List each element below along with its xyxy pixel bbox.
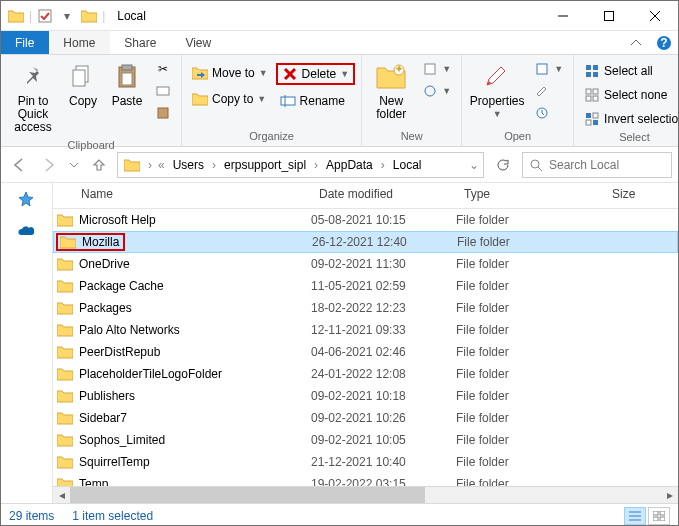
new-item-button[interactable]: ▼ — [418, 59, 455, 79]
copy-to-button[interactable]: Copy to▼ — [188, 89, 272, 109]
chevron-down-icon: ▼ — [493, 110, 502, 120]
invert-selection-button[interactable]: Invert selection — [580, 109, 679, 129]
status-bar: 29 items 1 item selected — [1, 503, 678, 526]
crumb-local[interactable]: Local — [389, 158, 426, 172]
file-name: SquirrelTemp — [79, 455, 150, 469]
table-row[interactable]: Publishers09-02-2021 10:18File folder — [53, 385, 678, 407]
file-list: Name Date modified Type Size Microsoft H… — [53, 183, 678, 503]
group-clipboard: Pin to Quick access Copy Paste ✂ Clipboa… — [1, 55, 182, 146]
table-row[interactable]: Mozilla26-12-2021 12:40File folder — [53, 231, 678, 253]
chevron-right-icon[interactable]: › — [146, 158, 154, 172]
crumb-users[interactable]: Users — [169, 158, 208, 172]
table-row[interactable]: OneDrive09-02-2021 11:30File folder — [53, 253, 678, 275]
details-view-button[interactable] — [624, 507, 646, 525]
scissors-icon: ✂ — [155, 61, 171, 77]
svg-rect-26 — [586, 72, 591, 77]
column-name[interactable]: Name — [53, 183, 311, 208]
delete-button[interactable]: Delete▼ — [276, 63, 356, 85]
open-button[interactable]: ▼ — [530, 59, 567, 79]
cell-date: 09-02-2021 11:30 — [311, 257, 456, 271]
table-row[interactable]: PeerDistRepub04-06-2021 02:46File folder — [53, 341, 678, 363]
minimize-button[interactable] — [540, 1, 586, 31]
tab-file[interactable]: File — [1, 31, 49, 54]
cell-type: File folder — [456, 455, 604, 469]
cell-name: Sophos_Limited — [57, 433, 311, 447]
svg-rect-12 — [157, 87, 169, 95]
qat-dropdown-icon[interactable]: ▾ — [58, 7, 76, 25]
chevron-right-icon[interactable]: › — [379, 158, 387, 172]
address-dropdown[interactable]: ⌄ — [467, 158, 481, 172]
scroll-thumb[interactable] — [70, 487, 425, 504]
address-bar[interactable]: › « Users › erpsupport_sipl › AppData › … — [117, 152, 484, 178]
select-all-button[interactable]: Select all — [580, 61, 679, 81]
chevron-right-icon[interactable]: « — [156, 158, 167, 172]
close-button[interactable] — [632, 1, 678, 31]
select-none-icon — [584, 87, 600, 103]
scroll-left[interactable]: ◂ — [53, 487, 70, 504]
folder-icon — [7, 7, 25, 25]
search-box[interactable] — [522, 152, 672, 178]
chevron-right-icon[interactable]: › — [312, 158, 320, 172]
file-name: Sophos_Limited — [79, 433, 165, 447]
new-folder-button[interactable]: ✦ New folder — [368, 59, 414, 123]
group-select: Select all Select none Invert selection … — [574, 55, 679, 146]
recent-dropdown[interactable] — [67, 153, 81, 177]
edit-button[interactable] — [530, 81, 567, 101]
forward-button[interactable] — [37, 153, 61, 177]
paste-shortcut-button[interactable] — [151, 103, 175, 123]
table-row[interactable]: Packages18-02-2022 12:23File folder — [53, 297, 678, 319]
svg-rect-42 — [660, 511, 665, 515]
back-button[interactable] — [7, 153, 31, 177]
help-icon[interactable]: ? — [650, 31, 678, 54]
open-icon — [534, 61, 550, 77]
cell-type: File folder — [456, 389, 604, 403]
chevron-down-icon: ▼ — [442, 64, 451, 74]
crumb-user[interactable]: erpsupport_sipl — [220, 158, 310, 172]
table-row[interactable]: PlaceholderTileLogoFolder24-01-2022 12:0… — [53, 363, 678, 385]
scroll-right[interactable]: ▸ — [661, 487, 678, 504]
easy-access-button[interactable]: ▼ — [418, 81, 455, 101]
crumb-appdata[interactable]: AppData — [322, 158, 377, 172]
refresh-button[interactable] — [490, 152, 516, 178]
file-name: Microsoft Help — [79, 213, 156, 227]
pin-to-quick-access-button[interactable]: Pin to Quick access — [7, 59, 59, 137]
cut-button[interactable]: ✂ — [151, 59, 175, 79]
select-none-button[interactable]: Select none — [580, 85, 679, 105]
table-row[interactable]: Palo Alto Networks12-11-2021 09:33File f… — [53, 319, 678, 341]
column-date[interactable]: Date modified — [311, 183, 456, 208]
cell-type: File folder — [456, 213, 604, 227]
table-row[interactable]: Package Cache11-05-2021 02:59File folder — [53, 275, 678, 297]
rename-button[interactable]: Rename — [276, 91, 356, 111]
search-input[interactable] — [549, 158, 679, 172]
move-to-button[interactable]: Move to▼ — [188, 63, 272, 83]
table-row[interactable]: Temp19-02-2022 03:15File folder — [53, 473, 678, 486]
horizontal-scrollbar[interactable]: ◂ ▸ — [53, 486, 678, 503]
up-button[interactable] — [87, 153, 111, 177]
svg-point-36 — [531, 160, 539, 168]
window-controls — [540, 1, 678, 31]
onedrive-icon[interactable] — [17, 225, 37, 245]
quick-access-icon[interactable] — [17, 191, 37, 211]
table-row[interactable]: Sophos_Limited09-02-2021 10:05File folde… — [53, 429, 678, 451]
group-open: Properties ▼ ▼ Open — [462, 55, 574, 146]
properties-button[interactable]: Properties ▼ — [468, 59, 526, 122]
thumbnails-view-button[interactable] — [648, 507, 670, 525]
tab-share[interactable]: Share — [110, 31, 171, 54]
chevron-right-icon[interactable]: › — [210, 158, 218, 172]
table-row[interactable]: Sidebar709-02-2021 10:26File folder — [53, 407, 678, 429]
checkbox-icon[interactable] — [36, 7, 54, 25]
maximize-button[interactable] — [586, 1, 632, 31]
column-size[interactable]: Size — [604, 183, 678, 208]
tab-home[interactable]: Home — [49, 31, 110, 54]
table-row[interactable]: Microsoft Help05-08-2021 10:15File folde… — [53, 209, 678, 231]
ribbon-collapse-button[interactable] — [622, 31, 650, 54]
table-row[interactable]: SquirrelTemp21-12-2021 10:40File folder — [53, 451, 678, 473]
tab-view[interactable]: View — [171, 31, 226, 54]
copypath-button[interactable] — [151, 81, 175, 101]
copy-button[interactable]: Copy — [63, 59, 103, 110]
column-type[interactable]: Type — [456, 183, 604, 208]
group-organize: Move to▼ Copy to▼ Delete▼ Rename Organiz… — [182, 55, 362, 146]
svg-rect-0 — [39, 10, 51, 22]
history-button[interactable] — [530, 103, 567, 123]
paste-button[interactable]: Paste — [107, 59, 147, 110]
